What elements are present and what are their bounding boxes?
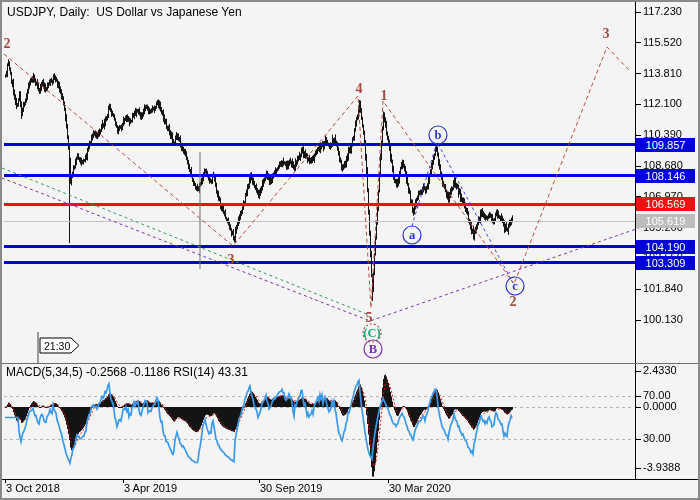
indicator-tick <box>635 371 641 372</box>
time-axis-line <box>2 479 700 480</box>
price-level-badge: 103.309 <box>636 256 695 270</box>
price-level-badge: 106.569 <box>636 197 695 211</box>
price-tick <box>635 104 641 105</box>
indicator-label: MACD(5,34,5) -0.2568 -0.1186 RSI(14) 43.… <box>6 365 248 379</box>
date-label: 30 Mar 2020 <box>389 482 451 494</box>
chart-window: 2341523abc(C)B21:30 USDJPY, Daily: US Do… <box>0 0 700 500</box>
price-tick-label: 112.100 <box>643 97 682 109</box>
price-tick-label: 113.810 <box>643 67 682 79</box>
price-tick <box>635 42 641 43</box>
price-tick <box>635 73 641 74</box>
date-label: 30 Sep 2019 <box>260 482 322 494</box>
indicator-tick-label: -3.9388 <box>643 461 680 473</box>
pane-separator <box>2 363 700 364</box>
price-tick-label: 101.840 <box>643 282 683 294</box>
price-level-badge: 105.619 <box>636 214 695 228</box>
indicator-tick <box>635 396 641 397</box>
price-tick <box>635 12 641 13</box>
price-canvas[interactable] <box>2 2 700 500</box>
indicator-tick-label: 2.4330 <box>643 364 677 376</box>
price-tick <box>635 166 641 167</box>
price-level-badge: 104.190 <box>636 240 695 254</box>
price-tick <box>635 320 641 321</box>
date-label: 3 Oct 2018 <box>6 482 60 494</box>
price-tick-label: 117.230 <box>643 5 682 17</box>
chart-title: USDJPY, Daily: US Dollar vs Japanese Yen <box>7 5 242 19</box>
indicator-tick-label: 0.0000 <box>643 400 677 412</box>
date-label: 3 Apr 2019 <box>124 482 177 494</box>
price-level-badge: 109.857 <box>636 138 695 152</box>
price-tick <box>635 289 641 290</box>
price-tick-label: 100.130 <box>643 313 683 325</box>
price-tick <box>635 135 641 136</box>
indicator-tick <box>635 407 641 408</box>
price-tick-label: 115.520 <box>643 36 682 48</box>
indicator-tick-label: 30.00 <box>643 432 671 444</box>
price-level-badge: 108.146 <box>636 169 695 183</box>
indicator-tick <box>635 439 641 440</box>
indicator-tick <box>635 468 641 469</box>
